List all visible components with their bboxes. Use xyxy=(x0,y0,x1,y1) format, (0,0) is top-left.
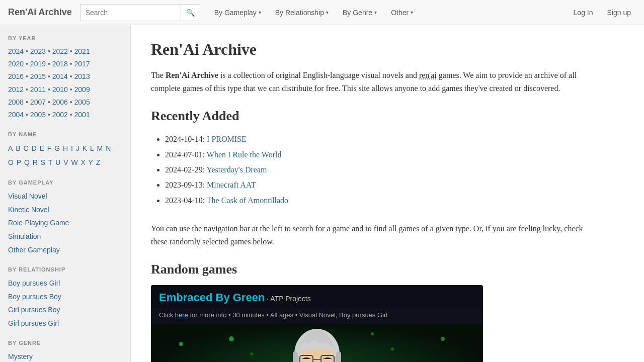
sidebar-link-kinetic-novel[interactable]: Kinetic Novel xyxy=(8,203,122,217)
alpha-O[interactable]: O xyxy=(8,158,14,166)
alpha-E[interactable]: E xyxy=(40,144,44,152)
year-link-2006[interactable]: 2006 xyxy=(52,98,68,106)
year-link-2002[interactable]: 2002 xyxy=(52,111,68,119)
item-link[interactable]: Minecraft AAT xyxy=(207,180,256,189)
year-link-2013[interactable]: 2013 xyxy=(74,72,90,80)
year-link-2003[interactable]: 2003 xyxy=(30,111,46,119)
alpha-P[interactable]: P xyxy=(17,158,21,166)
info-rest-text: for more info • 30 minutes • All ages • … xyxy=(188,311,387,319)
alpha-N[interactable]: N xyxy=(106,144,111,152)
nav-item-gameplay[interactable]: By Gameplay ▾ xyxy=(208,6,267,20)
year-link-2016[interactable]: 2016 xyxy=(8,72,24,80)
info-click-text: Click xyxy=(159,311,175,319)
item-link[interactable]: Yesterday's Dream xyxy=(207,165,267,174)
alpha-Y[interactable]: Y xyxy=(89,158,93,166)
chevron-down-icon: ▾ xyxy=(326,10,329,15)
sidebar-link-boy-pursues-girl[interactable]: Boy pursues Girl xyxy=(8,277,122,290)
signup-link[interactable]: Sign up xyxy=(602,6,636,20)
alpha-Q[interactable]: Q xyxy=(24,158,30,166)
year-link-2018[interactable]: 2018 xyxy=(52,60,68,68)
alpha-V[interactable]: V xyxy=(63,158,68,166)
alpha-U[interactable]: U xyxy=(55,158,60,166)
game-card: Embraced By Green · ATP Projects Click h… xyxy=(151,285,483,362)
sidebar-by-year-title: BY YEAR xyxy=(8,35,122,41)
year-link-2011[interactable]: 2011 xyxy=(30,85,46,94)
navbar: Ren'Ai Archive 🔍 By Gameplay ▾ By Relati… xyxy=(0,0,644,25)
year-link-2019[interactable]: 2019 xyxy=(30,60,46,68)
item-link[interactable]: I PROMISE xyxy=(207,135,247,143)
year-link-2005[interactable]: 2005 xyxy=(74,98,90,106)
alpha-J[interactable]: J xyxy=(76,144,79,152)
year-link-2004[interactable]: 2004 xyxy=(8,111,24,119)
year-link-2022[interactable]: 2022 xyxy=(52,47,68,55)
alpha-W[interactable]: W xyxy=(71,158,78,166)
sidebar-link-other-gameplay[interactable]: Other Gameplay xyxy=(8,243,122,257)
year-link-2015[interactable]: 2015 xyxy=(30,72,46,80)
year-link-2001[interactable]: 2001 xyxy=(74,111,90,119)
alpha-C[interactable]: C xyxy=(23,144,28,152)
year-link-2008[interactable]: 2008 xyxy=(8,98,24,106)
year-link-2017[interactable]: 2017 xyxy=(74,60,90,68)
year-link-2012[interactable]: 2012 xyxy=(8,85,24,94)
alpha-A[interactable]: A xyxy=(8,144,13,152)
item-date: 2023-09-13: xyxy=(165,180,205,189)
alpha-Z[interactable]: Z xyxy=(96,158,101,166)
chevron-down-icon: ▾ xyxy=(259,10,261,15)
alpha-R[interactable]: R xyxy=(33,158,38,166)
alpha-S[interactable]: S xyxy=(41,158,45,166)
alpha-X[interactable]: X xyxy=(81,158,86,166)
year-link-2020[interactable]: 2020 xyxy=(8,60,24,68)
search-icon: 🔍 xyxy=(186,9,195,17)
alpha-F[interactable]: F xyxy=(47,144,52,152)
year-row: 2004 • 2003 • 2002 • 2001 xyxy=(8,109,122,121)
nav-item-genre[interactable]: By Genre ▾ xyxy=(337,6,383,20)
item-link[interactable]: The Cask of Amontillado xyxy=(207,196,288,205)
alpha-K[interactable]: K xyxy=(83,144,87,152)
year-row: 2012 • 2011 • 2010 • 2009 xyxy=(8,83,122,96)
year-link-2010[interactable]: 2010 xyxy=(52,85,68,94)
year-link-2021[interactable]: 2021 xyxy=(74,47,90,55)
alpha-I[interactable]: I xyxy=(71,144,73,152)
sidebar-link-girl-pursues-girl[interactable]: Girl pursues Girl xyxy=(8,317,122,330)
alpha-T[interactable]: T xyxy=(48,158,53,166)
nav-auth: Log In Sign up xyxy=(569,6,636,20)
recently-added-title: Recently Added xyxy=(151,109,594,124)
alpha-D[interactable]: D xyxy=(31,144,36,152)
year-link-2007[interactable]: 2007 xyxy=(30,98,46,106)
login-link[interactable]: Log In xyxy=(569,6,598,20)
alpha-G[interactable]: G xyxy=(54,144,60,152)
year-link-2024[interactable]: 2024 xyxy=(8,47,24,55)
search-input[interactable] xyxy=(80,4,181,21)
item-link[interactable]: When I Rule the World xyxy=(207,150,282,159)
alpha-B[interactable]: B xyxy=(16,144,20,152)
svg-point-1 xyxy=(179,342,183,346)
sidebar-link-boy-pursues-boy[interactable]: Boy pursues Boy xyxy=(8,290,122,304)
info-here-link[interactable]: here xyxy=(175,311,188,319)
year-link-2023[interactable]: 2023 xyxy=(30,47,46,55)
intro-renai: ren'ai xyxy=(419,71,437,79)
year-link-2009[interactable]: 2009 xyxy=(74,85,90,94)
nav-item-other-label: Other xyxy=(391,9,409,17)
sidebar-link-girl-pursues-boy[interactable]: Girl pursues Boy xyxy=(8,303,122,317)
alpha-L[interactable]: L xyxy=(90,144,94,152)
sidebar-link-visual-novel[interactable]: Visual Novel xyxy=(8,190,122,203)
search-form: 🔍 xyxy=(80,4,200,21)
intro-text: The Ren'Ai Archive is a collection of or… xyxy=(151,69,594,95)
list-item: 2023-04-10: The Cask of Amontillado xyxy=(165,193,594,208)
nav-item-relationship[interactable]: By Relationship ▾ xyxy=(269,6,335,20)
nav-item-other[interactable]: Other ▾ xyxy=(385,6,419,20)
year-row: 2016 • 2015 • 2014 • 2013 xyxy=(8,70,122,83)
item-date: 2024-10-14: xyxy=(165,135,205,143)
sidebar-link-mystery[interactable]: Mystery xyxy=(8,350,122,362)
alpha-links: A B C D E F G H I J K L M N O P Q R S T … xyxy=(8,141,122,169)
alpha-M[interactable]: M xyxy=(97,144,103,152)
alpha-H[interactable]: H xyxy=(63,144,68,152)
sidebar-link-simulation[interactable]: Simulation xyxy=(8,230,122,243)
content: Ren'Ai Archive The Ren'Ai Archive is a c… xyxy=(131,25,614,362)
game-title-link[interactable]: Embraced By Green xyxy=(159,291,265,304)
sidebar-link-role-playing[interactable]: Role-Playing Game xyxy=(8,216,122,230)
year-link-2014[interactable]: 2014 xyxy=(52,72,68,80)
game-card-header: Embraced By Green · ATP Projects xyxy=(151,285,483,308)
search-button[interactable]: 🔍 xyxy=(181,4,200,21)
brand-logo[interactable]: Ren'Ai Archive xyxy=(8,7,72,18)
